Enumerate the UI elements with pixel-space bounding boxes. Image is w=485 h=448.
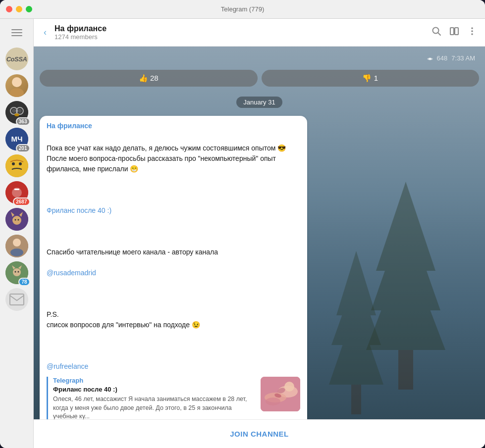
message-text-part3: P.S. список вопросов для "интервью" на п… [47, 310, 200, 329]
svg-point-1 [10, 88, 24, 97]
close-button[interactable] [6, 6, 12, 12]
message-text: Пока все учат как надо делать, я делюсь … [47, 133, 300, 372]
svg-point-25 [10, 249, 23, 256]
svg-point-31 [17, 271, 19, 273]
svg-point-5 [12, 109, 16, 113]
prev-time: 7:33 AM [451, 54, 475, 62]
svg-line-34 [438, 33, 440, 35]
chat-area: ‹ На фрилансе 1274 members [34, 19, 485, 448]
chat-name: На фрилансе [54, 24, 426, 33]
svg-rect-35 [450, 28, 454, 35]
chat-header: ‹ На фрилансе 1274 members [34, 19, 485, 47]
chat-content: 648 7:33 AM 👍 28 👎 1 January 31 [34, 47, 485, 419]
telegraph-text: Telegraph Фриланс после 40 :) Олеся, 46 … [53, 377, 256, 419]
telegraph-title: Фриланс после 40 :) [53, 386, 256, 393]
sidebar-item-cat-couch[interactable]: 78 [4, 260, 29, 285]
search-icon[interactable] [431, 26, 441, 39]
join-channel-bar: JOIN CHANNEL [34, 419, 485, 448]
more-icon[interactable] [467, 26, 477, 39]
chat-messages[interactable]: 648 7:33 AM 👍 28 👎 1 January 31 [34, 47, 485, 419]
message-sender: На фрилансе [47, 122, 300, 130]
svg-point-30 [14, 271, 16, 273]
traffic-lights [6, 6, 32, 12]
message-bubble: На фрилансе Пока все учат как надо делат… [40, 116, 307, 419]
svg-point-38 [471, 30, 473, 32]
sidebar-item-owl[interactable]: 363 [4, 100, 29, 125]
date-separator: January 31 [40, 97, 479, 108]
svg-point-13 [19, 162, 22, 165]
svg-point-18 [12, 216, 21, 225]
badge-channel: 2687 [13, 198, 30, 206]
window-title: Telegram (779) [221, 5, 264, 13]
message-container: На фрилансе Пока все учат как надо делат… [40, 116, 479, 419]
svg-point-8 [14, 113, 19, 116]
columns-icon[interactable] [449, 26, 459, 39]
sidebar-item-troll[interactable] [4, 153, 29, 178]
chat-members: 1274 members [54, 33, 426, 41]
sidebar-icons: CoSSA [0, 19, 34, 448]
sidebar-item-mch[interactable]: МЧ 201 [4, 127, 29, 151]
title-bar: Telegram (779) [0, 0, 485, 19]
hamburger-menu[interactable] [4, 23, 29, 43]
sidebar-item-cat-hat[interactable] [4, 207, 29, 232]
sidebar-item-mail[interactable] [4, 287, 29, 312]
prev-views: 648 [427, 54, 447, 62]
telegraph-thumbnail [261, 377, 300, 411]
main-layout: CoSSA [0, 19, 485, 448]
sidebar-item-cossa[interactable]: CoSSA [4, 47, 29, 71]
sidebar-item-man[interactable] [4, 234, 29, 258]
svg-rect-32 [10, 294, 24, 305]
rusademadrid-link[interactable]: @rusademadrid [47, 269, 96, 277]
sidebar-item-lady[interactable] [4, 73, 29, 98]
prev-dislike-button[interactable]: 👎 1 [262, 70, 480, 87]
svg-text:МЧ: МЧ [11, 135, 22, 143]
message-text-part1: Пока все учат как надо делать, я делюсь … [47, 144, 286, 173]
minimize-button[interactable] [16, 6, 22, 12]
message-text-part2: Спасибо читательнице моего канала - авто… [47, 248, 218, 256]
back-button[interactable]: ‹ [42, 25, 49, 40]
svg-point-48 [429, 58, 431, 60]
svg-point-52 [284, 382, 294, 392]
svg-point-6 [18, 109, 22, 113]
svg-rect-36 [455, 28, 458, 35]
app-window: Telegram (779) CoSSA [0, 0, 485, 448]
svg-point-12 [12, 162, 15, 165]
freelance-40-link[interactable]: Фриланс после 40 :) [47, 206, 111, 214]
rufreelance-link[interactable]: @rufreelance [47, 362, 88, 370]
svg-point-22 [17, 219, 19, 221]
maximize-button[interactable] [26, 6, 32, 12]
badge-owl: 363 [16, 117, 30, 126]
telegraph-preview: Telegraph Фриланс после 40 :) Олеся, 46 … [47, 377, 300, 419]
badge-cat: 78 [18, 278, 30, 286]
prev-msg-meta: 648 7:33 AM [40, 52, 479, 64]
prev-like-button[interactable]: 👍 28 [40, 70, 258, 87]
date-pill: January 31 [236, 97, 282, 108]
join-channel-button[interactable]: JOIN CHANNEL [230, 430, 289, 438]
prev-reactions[interactable]: 👍 28 👎 1 [40, 68, 479, 89]
svg-point-11 [5, 154, 28, 177]
header-actions [431, 26, 477, 39]
sidebar-item-channel[interactable]: 2687 [4, 180, 29, 205]
telegraph-body: Олеся, 46 лет, массажист Я начала занима… [53, 395, 256, 419]
svg-point-0 [12, 77, 22, 87]
telegraph-source: Telegraph [53, 377, 256, 384]
svg-point-37 [471, 27, 473, 29]
svg-point-53 [266, 398, 280, 405]
svg-point-39 [471, 33, 473, 35]
svg-point-24 [13, 239, 21, 247]
badge-mch: 201 [16, 144, 30, 152]
svg-rect-16 [14, 189, 19, 190]
chat-header-info: На фрилансе 1274 members [54, 24, 426, 41]
svg-point-21 [14, 219, 16, 221]
svg-point-27 [13, 268, 21, 276]
